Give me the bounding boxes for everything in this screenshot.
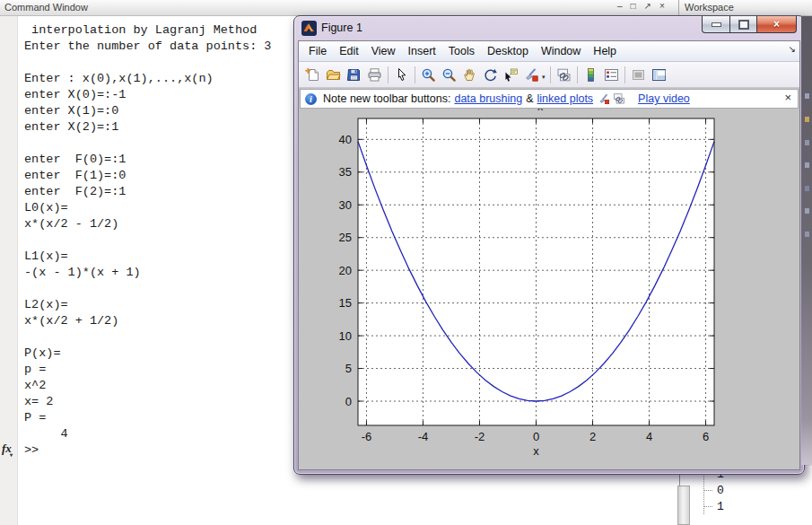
command-line [24,232,271,249]
svg-text:0: 0 [345,395,352,408]
svg-text:-6: -6 [362,430,372,443]
new-figure-icon[interactable] [302,65,323,85]
svg-text:-4: -4 [418,430,429,443]
command-line: enter F(0)=:1 [24,152,271,168]
workspace-item-fragment [805,208,809,214]
insert-colorbar-icon[interactable] [581,65,601,85]
svg-text:2: 2 [589,430,596,443]
workspace-item-fragment [805,117,809,122]
command-line: L0(x)= [24,200,271,216]
menu-item-desktop[interactable]: Desktop [481,45,535,57]
rotate-3d-icon[interactable] [480,65,501,85]
menu-item-view[interactable]: View [365,45,402,57]
svg-text:4: 4 [646,430,652,443]
open-file-icon[interactable] [323,65,344,85]
zoom-out-icon[interactable] [439,65,459,85]
workspace-item-fragment [805,140,809,145]
link-plot-icon[interactable] [554,65,574,85]
data-cursor-icon[interactable] [501,65,521,85]
command-line [24,329,271,346]
figure-canvas: x -6-4-202460510152025303540x [299,109,799,469]
fx-caret-icon: ▾ [10,451,13,458]
command-line: P(x)= [24,346,271,362]
workspace-item-fragment [805,93,809,99]
desktop-header: Command Window –□↗× Workspace [0,0,812,16]
save-figure-icon[interactable] [344,65,364,85]
command-line: >> [24,442,271,459]
command-line: 4 [24,426,271,442]
insert-legend-icon[interactable] [601,65,622,85]
menu-item-edit[interactable]: Edit [333,45,365,57]
info-icon: i [305,93,317,105]
command-line: enter F(1)=:0 [24,168,271,184]
svg-text:25: 25 [339,231,352,244]
svg-text:30: 30 [339,198,352,212]
data-brushing-link[interactable]: data brushing [454,92,522,105]
workspace-value: 0 [717,484,724,497]
figure-toolbar: ▾ [299,62,799,88]
command-line: interpolation by Lagranj Method [24,22,271,39]
command-output[interactable]: interpolation by Lagranj MethodEnter the… [24,22,271,459]
command-line: enter F(2)=:1 [24,184,271,200]
svg-text:20: 20 [339,264,352,277]
command-line: -(x - 1)*(x + 1) [24,265,271,281]
command-window-panel-title: Command Window [4,2,88,13]
linked-plots-link[interactable]: linked plots [537,92,594,105]
close-button[interactable]: × [756,16,797,33]
menu-item-tools[interactable]: Tools [442,45,481,57]
pan-icon[interactable] [459,65,480,85]
menu-overflow-icon[interactable]: ↘ [789,44,796,54]
menu-item-help[interactable]: Help [587,45,623,57]
command-line: enter X(1)=:0 [24,103,271,119]
svg-text:0: 0 [533,430,539,443]
figure-infobar: i Note new toolbar buttons: data brushin… [300,89,799,109]
command-line: x^2 [24,378,271,394]
infobar-text: Note new toolbar buttons: [323,92,450,105]
show-plot-tools-icon[interactable] [649,65,669,85]
panel-close-icon[interactable]: × [659,1,665,11]
command-line: x= 2 [24,394,271,410]
print-figure-icon[interactable] [364,65,385,85]
panel-undock-icon[interactable]: ↗ [644,1,651,11]
menu-item-window[interactable]: Window [535,45,587,57]
workspace-edge-sliver [801,16,812,465]
command-window-panel-controls: –□↗× [617,1,665,11]
panel-minimize-icon[interactable]: – [617,1,623,11]
command-window-gutter: fx ▾ [0,16,18,525]
command-line: Enter the number of data points: 3 [24,39,271,55]
menu-item-insert[interactable]: Insert [402,45,442,57]
figure-window-title: Figure 1 [321,22,362,34]
infobar-close-icon[interactable]: × [784,91,791,104]
command-line: enter X(2)=:1 [24,119,271,136]
svg-text:-2: -2 [475,430,485,443]
command-line: p = [24,362,271,378]
matlab-logo-icon [301,21,317,36]
plot-area[interactable]: -6-4-202460510152025303540x [299,109,799,469]
brush-data-icon[interactable] [521,65,542,85]
command-line: Enter : x(0),x(1),...,x(n) [24,71,271,87]
workspace-scrollbar[interactable] [677,486,690,525]
command-line: x*(x/2 - 1/2) [24,216,271,232]
command-line: x*(x/2 + 1/2) [24,313,271,329]
minimize-button[interactable] [702,16,730,33]
figure-menubar: FileEditViewInsertToolsDesktopWindowHelp… [299,41,799,62]
play-video-link[interactable]: Play video [638,92,690,105]
svg-text:15: 15 [339,296,352,310]
svg-text:35: 35 [339,165,352,179]
workspace-item-fragment [805,232,809,237]
infobar-ampersand: & [526,92,533,105]
panel-maximize-icon[interactable]: □ [631,1,636,11]
command-line: P = [24,410,271,426]
svg-text:5: 5 [345,362,352,375]
edit-plot-icon[interactable] [391,65,412,85]
command-line [24,55,271,71]
function-browser-button[interactable]: fx ▾ [2,442,12,456]
figure-titlebar[interactable]: Figure 1 × [294,16,804,40]
brush-dropdown-icon[interactable]: ▾ [542,74,546,81]
hide-plot-tools-icon[interactable] [628,65,649,85]
workspace-item-fragment [805,186,809,191]
menu-item-file[interactable]: File [302,45,333,57]
restore-button[interactable] [729,16,757,33]
zoom-in-icon[interactable] [418,65,439,85]
panel-divider [678,0,679,15]
